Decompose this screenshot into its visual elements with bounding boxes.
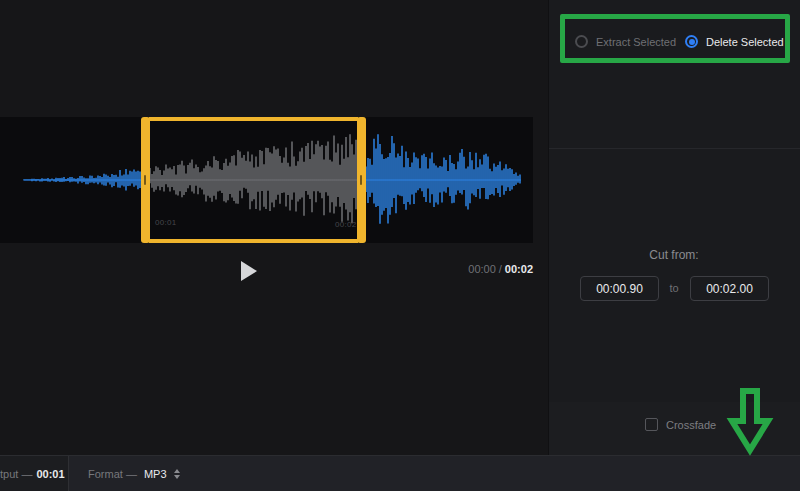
radio-delete-label: Delete Selected	[706, 36, 784, 48]
crossfade-label: Crossfade	[666, 419, 716, 431]
output-value: 00:01	[36, 468, 64, 480]
footer-bar: tput — 00:01 Format — MP3 Export	[0, 455, 800, 491]
selection-left-handle[interactable]	[141, 117, 150, 243]
output-label: tput —	[0, 468, 32, 480]
cut-start-input[interactable]	[580, 276, 659, 301]
radio-extract-label: Extract Selected	[596, 36, 676, 48]
radio-extract-selected[interactable]: Extract Selected	[575, 35, 676, 48]
output-duration: tput — 00:01	[0, 456, 69, 491]
current-time: 00:00	[468, 263, 496, 275]
time-display: 00:00/00:02	[433, 263, 533, 275]
cut-from-title: Cut from:	[548, 248, 800, 262]
checkbox-icon	[645, 418, 658, 431]
total-time: 00:02	[505, 263, 533, 275]
play-button[interactable]	[241, 261, 257, 281]
time-separator: /	[496, 263, 505, 275]
cut-end-input[interactable]	[690, 276, 769, 301]
radio-delete-selected[interactable]: Delete Selected	[685, 35, 784, 48]
format-stepper[interactable]	[174, 469, 180, 479]
cut-to-label: to	[664, 282, 684, 294]
stepper-up-icon	[174, 469, 180, 473]
radio-icon	[575, 35, 588, 48]
selection-bottom-edge	[149, 239, 358, 243]
selection-end-time: 00:02	[335, 220, 357, 229]
radio-icon	[685, 35, 698, 48]
selection-top-edge	[149, 117, 358, 121]
crossfade-toggle[interactable]: Crossfade	[645, 418, 716, 431]
editor-main-area: 00:01 00:02 00:00/00:02	[0, 0, 548, 455]
selection-right-handle[interactable]	[357, 117, 366, 243]
selection-start-time: 00:01	[155, 218, 177, 227]
format-value: MP3	[144, 468, 167, 480]
audio-cutter-app: 00:01 00:02 00:00/00:02 Extract Selected…	[0, 0, 800, 491]
panel-divider-1	[549, 148, 800, 149]
format-selector: Format — MP3	[88, 456, 180, 491]
selection-region[interactable]: 00:01 00:02	[141, 117, 366, 243]
stepper-down-icon	[174, 475, 180, 479]
settings-panel	[548, 0, 800, 455]
format-label: Format —	[88, 468, 137, 480]
waveform-track[interactable]: 00:01 00:02	[0, 117, 533, 243]
